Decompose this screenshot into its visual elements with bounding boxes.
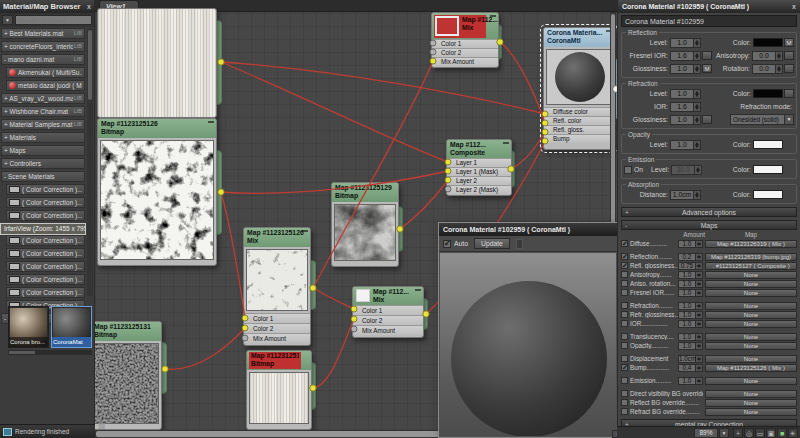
panel-close-icon[interactable]: x (792, 0, 796, 13)
zoom-extents-selected-icon[interactable]: ■ (777, 428, 787, 438)
slot-color2[interactable]: Color 2 (244, 323, 310, 333)
map-enable-checkbox[interactable] (621, 364, 628, 371)
panel-title-bar[interactable]: Corona Material #102959 ( CoronaMtl ) x (618, 0, 800, 13)
map-amount-spinner[interactable]: 0.2 (678, 253, 703, 261)
list-item-color-correction[interactable]: ( Color Correction )... (6, 261, 85, 272)
list-item-color-correction[interactable]: ( Color Correction )... (6, 235, 85, 246)
collapse-icon[interactable] (302, 230, 308, 233)
map-enable-checkbox[interactable] (621, 280, 628, 287)
refraction-gloss-spinner[interactable]: 1.0 (670, 115, 701, 125)
list-item[interactable]: + Wishbone Chair.matLIB (1, 106, 85, 117)
node-mix-lower[interactable]: Map #112... Mix Color 1 Color 2 Mix Amou… (352, 286, 424, 338)
map-button[interactable]: Map #1123126319 ( Mix ) (705, 240, 797, 248)
refraction-color-map-button[interactable] (784, 89, 794, 98)
node-bitmap-clouds[interactable]: Map #1123125129 Bitmap (331, 182, 399, 267)
filter-icon[interactable]: ▼ (2, 15, 13, 25)
sample-slot[interactable]: Corona bro... (8, 306, 49, 348)
layout-all-icon[interactable]: ✳ (788, 428, 798, 438)
map-enable-checkbox[interactable] (621, 311, 628, 318)
node-header[interactable]: Corona Materia... CoronaMtl (544, 28, 614, 47)
opacity-level-spinner[interactable]: 1.0 (670, 140, 701, 150)
reflection-level-spinner[interactable]: 1.0 (670, 38, 701, 48)
auto-checkbox[interactable] (443, 240, 451, 248)
map-button[interactable]: None (705, 333, 797, 341)
glossiness-map-button[interactable]: M (702, 64, 712, 73)
zoom-tool-icon[interactable]: ◎ (744, 428, 754, 438)
node-mix-center[interactable]: Map #1123125126 Mix Color 1 Color 2 Mix … (243, 227, 311, 346)
drag-handle-icon[interactable] (516, 239, 523, 249)
map-enable-checkbox[interactable] (621, 320, 628, 327)
fresnel-ior-spinner[interactable]: 1.6 (670, 51, 701, 61)
ior-spinner[interactable]: 1.6 (670, 102, 701, 112)
map-amount-spinner[interactable]: 0.4 (678, 364, 703, 372)
emission-on-checkbox[interactable] (624, 166, 632, 174)
zoom-extents-icon[interactable]: ▣ (766, 428, 776, 438)
slot-color2[interactable]: Color 2 (353, 315, 423, 325)
map-enable-checkbox[interactable] (621, 408, 628, 415)
rotation-map-button[interactable] (784, 64, 794, 73)
node-header[interactable]: Map #1123125126 Mix (244, 228, 310, 247)
refraction-color-swatch[interactable] (753, 89, 783, 98)
node-header[interactable]: Map #1123125129 Bitmap (332, 183, 398, 202)
map-amount-spinner[interactable]: 1.0 (678, 289, 703, 297)
list-item-color-correction[interactable]: ( Color Correction )... (6, 274, 85, 285)
node-header[interactable]: Map #112... Composite (447, 140, 511, 158)
browser-scrollbar[interactable] (87, 28, 93, 296)
update-button[interactable]: Update (474, 238, 510, 249)
slot-color1[interactable]: Color 1 (432, 39, 498, 48)
map-amount-spinner[interactable]: 1.0 (678, 342, 703, 350)
map-button[interactable]: None (705, 390, 797, 398)
slot-color2[interactable]: Color 2 (432, 48, 498, 57)
slot-layer2-mask[interactable]: Layer 2 (Mask) (447, 185, 511, 194)
material-preview-window[interactable]: Corona Material #102959 ( CoronaMtl ) Au… (438, 222, 618, 438)
map-button[interactable]: None (705, 320, 797, 328)
list-item-material[interactable]: metalo dazai juodi ( M... (6, 80, 85, 91)
map-amount-spinner[interactable]: 1.0 (678, 240, 703, 248)
list-item[interactable]: + concreteFloors_interio...LIB (1, 41, 85, 52)
map-amount-spinner[interactable]: 1.0 (678, 320, 703, 328)
collapse-icon[interactable] (208, 121, 214, 124)
collapse-icon[interactable] (503, 142, 509, 145)
map-enable-checkbox[interactable] (621, 333, 628, 340)
list-item-color-correction[interactable]: ( Color Correction )... (6, 210, 85, 221)
map-button[interactable]: None (705, 289, 797, 297)
map-enable-checkbox[interactable] (621, 399, 628, 406)
absorption-color-swatch[interactable] (753, 190, 783, 199)
map-amount-spinner[interactable]: 1.0 (678, 377, 703, 385)
rotation-spinner[interactable]: 0.0 (752, 64, 783, 74)
map-enable-checkbox[interactable] (621, 302, 628, 309)
sample-slots-scrollbar[interactable] (8, 350, 92, 355)
slot-refl-color[interactable]: Refl. color (544, 116, 614, 125)
refraction-level-spinner[interactable]: 1.0 (670, 89, 701, 99)
reflection-color-map-button[interactable]: M (784, 38, 794, 47)
node-bitmap-wood[interactable] (97, 8, 217, 118)
zoom-dropdown-icon[interactable]: ▼ (719, 428, 729, 438)
refraction-mode-dropdown[interactable]: Onesided (solid)▼ (730, 114, 794, 125)
slot-bump[interactable]: Bump (544, 134, 614, 143)
slot-diffuse-color[interactable]: Diffuse color (544, 107, 614, 116)
list-item-color-correction[interactable]: ( Color Correction )... (6, 287, 85, 298)
sample-slot-selected[interactable]: CoronaMat (51, 306, 92, 348)
map-enable-checkbox[interactable] (621, 240, 628, 247)
map-button[interactable]: None (705, 311, 797, 319)
map-enable-checkbox[interactable] (621, 355, 628, 362)
map-button[interactable]: None (705, 280, 797, 288)
node-header[interactable]: Map #112... Mix (432, 13, 498, 39)
collapse-icon[interactable] (490, 15, 496, 18)
slot-refl-gloss[interactable]: Refl. gloss. (544, 125, 614, 134)
map-enable-checkbox[interactable] (621, 271, 628, 278)
map-amount-spinner[interactable]: 1.0cm (678, 355, 703, 363)
map-amount-spinner[interactable]: 0.75 (678, 262, 703, 270)
slot-mix-amount[interactable]: Mix Amount (244, 333, 310, 343)
map-enable-checkbox[interactable] (621, 342, 628, 349)
map-button[interactable]: None (705, 408, 797, 416)
slot-color1[interactable]: Color 1 (353, 305, 423, 315)
map-button[interactable]: . #1123125127 ( Composite ) (705, 262, 797, 270)
absorption-distance-spinner[interactable]: 1.0cm (670, 190, 701, 200)
reflection-color-swatch[interactable] (753, 38, 783, 47)
node-bitmap-splotch[interactable]: Map #1123125126 Bitmap (97, 118, 217, 266)
map-enable-checkbox[interactable] (621, 390, 628, 397)
map-amount-spinner[interactable]: 1.0 (678, 333, 703, 341)
emission-level-spinner[interactable]: 30.0 (671, 165, 702, 175)
node-header[interactable]: Map #1123125131 Bitmap (91, 322, 161, 341)
